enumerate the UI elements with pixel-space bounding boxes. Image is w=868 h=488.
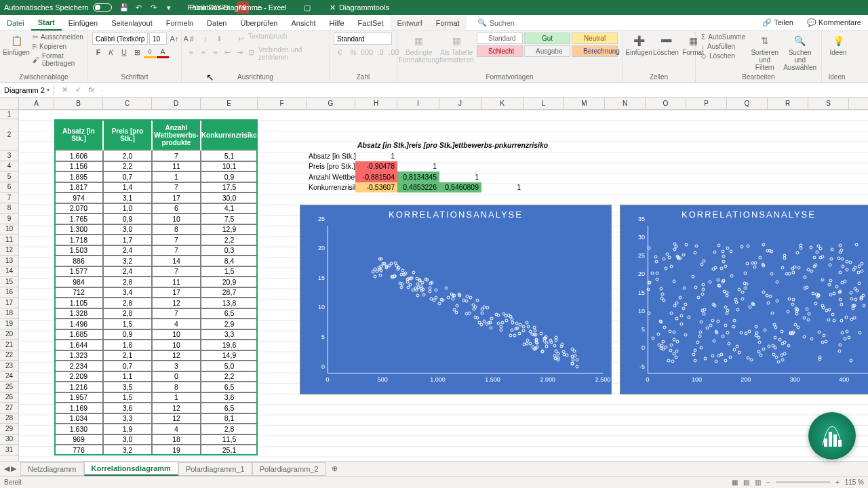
table-cell[interactable]: 25,1 (201, 445, 258, 455)
tab-data[interactable]: Daten (200, 16, 233, 30)
table-cell[interactable]: 1.644 (54, 340, 103, 350)
col-header-K[interactable]: K (481, 98, 524, 109)
cut-button[interactable]: ✂ Ausschneiden (31, 33, 85, 41)
row-header-21[interactable]: 21 (0, 340, 18, 350)
table-cell[interactable]: 7 (152, 245, 201, 256)
corr-row-label[interactable]: Absatz [in Stk.] (307, 150, 362, 161)
corr-value[interactable]: 1 (439, 171, 481, 182)
table-cell[interactable]: 11 (152, 161, 201, 172)
row-header-12[interactable]: 12 (0, 245, 18, 256)
table-cell[interactable]: 17 (152, 287, 201, 298)
tab-pagelayout[interactable]: Seitenlayout (104, 16, 159, 30)
row-header-16[interactable]: 16 (0, 287, 18, 298)
style-bad[interactable]: Schlecht (477, 45, 523, 57)
table-cell[interactable]: 0,9 (103, 214, 152, 224)
style-normal[interactable]: Standard (477, 33, 523, 44)
tab-review[interactable]: Überprüfen (233, 16, 284, 30)
delete-cells-button[interactable]: ➖Löschen (654, 33, 678, 58)
share-button[interactable]: 🔗 Teilen (755, 16, 800, 30)
row-header-25[interactable]: 25 (0, 382, 18, 392)
table-cell[interactable]: 2,8 (103, 308, 152, 319)
table-cell[interactable]: 12,9 (201, 224, 258, 235)
col-header-I[interactable]: I (397, 98, 439, 109)
table-cell[interactable]: 28,7 (201, 287, 258, 298)
align-left-icon[interactable]: ≡ (186, 46, 197, 58)
table-cell[interactable]: 2.070 (54, 203, 103, 214)
redo-icon[interactable]: ↷ (149, 2, 159, 13)
corr-row-label[interactable]: Konkurrenzrisiko (307, 182, 362, 193)
table-cell[interactable]: 17,5 (201, 182, 258, 193)
row-header-27[interactable]: 27 (0, 403, 18, 413)
format-as-table-button[interactable]: ▦Als Tabelle formatieren (439, 33, 474, 65)
row-header-8[interactable]: 8 (0, 203, 18, 214)
table-cell[interactable]: 30,0 (201, 192, 258, 203)
corr-value[interactable]: -0,881504 (355, 171, 397, 182)
table-cell[interactable]: 18 (152, 434, 201, 445)
table-cell[interactable]: 1,0 (103, 203, 152, 214)
sheet-tab-polar1[interactable]: Polardiagramm_1 (178, 462, 252, 476)
row-header-24[interactable]: 24 (0, 371, 18, 382)
maximize-button[interactable]: ▢ (295, 0, 319, 15)
currency-icon[interactable]: € (334, 46, 346, 58)
font-name-select[interactable] (92, 33, 148, 45)
table-cell[interactable]: 3,0 (103, 434, 152, 445)
table-cell[interactable]: 1,7 (103, 235, 152, 245)
table-cell[interactable]: 1.718 (54, 235, 103, 245)
table-cell[interactable]: 1.577 (54, 266, 103, 277)
corr-value[interactable]: 0,8134345 (397, 171, 439, 182)
tab-start[interactable]: Start (31, 16, 62, 30)
table-cell[interactable]: 10,1 (201, 161, 258, 172)
col-header-H[interactable]: H (355, 98, 397, 109)
table-header[interactable]: Preis [pro Stk.] (103, 119, 152, 150)
table-cell[interactable]: 6 (152, 203, 201, 214)
corr-value[interactable]: 1 (397, 161, 439, 172)
table-cell[interactable]: 974 (54, 192, 103, 203)
table-cell[interactable]: 5,0 (201, 361, 258, 371)
table-cell[interactable]: 2.209 (54, 371, 103, 382)
sheet-tab-korrelation[interactable]: Korrelationsdiagramm (84, 462, 178, 476)
col-header-N[interactable]: N (605, 98, 646, 109)
table-cell[interactable]: 1.323 (54, 350, 103, 361)
table-cell[interactable]: 7 (152, 308, 201, 319)
corr-value[interactable]: 1 (481, 182, 524, 193)
table-cell[interactable]: 19 (152, 445, 201, 455)
table-cell[interactable]: 8,4 (201, 256, 258, 266)
row-header-20[interactable]: 20 (0, 329, 18, 340)
table-cell[interactable]: 1.300 (54, 224, 103, 235)
table-cell[interactable]: 4 (152, 424, 201, 434)
bold-button[interactable]: F (92, 46, 104, 58)
table-cell[interactable]: 1,1 (103, 371, 152, 382)
table-cell[interactable]: 12 (152, 413, 201, 424)
col-header-S[interactable]: S (808, 98, 849, 109)
toggle-icon[interactable] (93, 3, 112, 12)
table-cell[interactable]: 8 (152, 224, 201, 235)
undo-icon[interactable]: ↶ (134, 2, 144, 13)
table-header[interactable]: Anzahl Wettbewerbs-produkte (152, 119, 201, 150)
worksheet-grid[interactable]: ABCDEFGHIJKLMNOPQRS 12345678910111213141… (0, 98, 868, 461)
table-cell[interactable]: 3,6 (201, 392, 258, 403)
accept-formula-icon[interactable]: ✓ (72, 85, 84, 94)
table-cell[interactable]: 13,8 (201, 298, 258, 308)
row-header-30[interactable]: 30 (0, 434, 18, 445)
save-icon[interactable]: 💾 (119, 2, 130, 13)
table-cell[interactable]: 1,5 (103, 392, 152, 403)
file-tab[interactable]: Datei (0, 16, 31, 30)
row-header-7[interactable]: 7 (0, 192, 18, 203)
table-cell[interactable]: 2.234 (54, 361, 103, 371)
conditional-format-button[interactable]: ▦Bedingte Formatierung (401, 33, 437, 65)
table-cell[interactable]: 17 (152, 192, 201, 203)
table-cell[interactable]: 0,9 (201, 171, 258, 182)
zoom-in-button[interactable]: + (835, 479, 840, 486)
table-cell[interactable]: 12 (152, 403, 201, 413)
row-header-18[interactable]: 18 (0, 308, 18, 319)
fx-icon[interactable]: fx (85, 85, 98, 94)
table-cell[interactable]: 5,1 (201, 150, 258, 161)
corr-value[interactable]: 0,5460809 (439, 182, 481, 193)
table-cell[interactable]: 1,5 (201, 266, 258, 277)
table-cell[interactable]: 3,3 (201, 329, 258, 340)
corr-row-label[interactable]: Anzahl Wettbew (307, 171, 362, 182)
insert-cells-button[interactable]: ➕Einfügen (627, 33, 651, 58)
table-cell[interactable]: 14,9 (201, 350, 258, 361)
comments-button[interactable]: 💬 Kommentare (800, 16, 868, 30)
col-header-Q[interactable]: Q (727, 98, 768, 109)
